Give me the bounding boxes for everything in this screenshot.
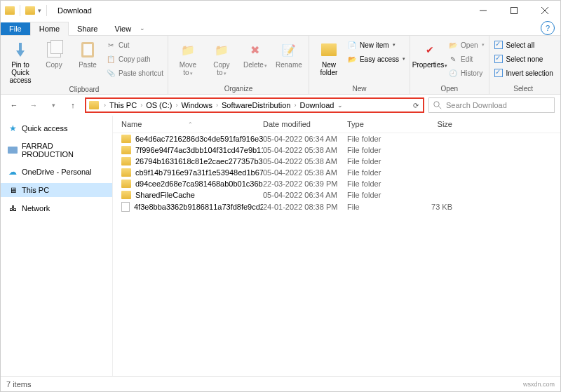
refresh-button[interactable]: ⟳ [412, 102, 420, 109]
group-label-open: Open [414, 83, 484, 94]
group-label-select: Select [494, 83, 553, 94]
qat-folder-icon[interactable] [25, 6, 35, 15]
recent-locations-button[interactable]: ▾ [46, 97, 61, 113]
file-name: 4f3e8bba3362b9186811a73fd8fe9cd283... [134, 203, 263, 211]
breadcrumb-item[interactable]: Windows [181, 101, 212, 109]
delete-button[interactable]: Delete▾ [240, 37, 271, 69]
network-icon [8, 203, 18, 213]
invert-selection-button[interactable]: Invert selection [494, 67, 553, 79]
file-icon [121, 202, 130, 212]
item-count: 7 items [6, 380, 31, 388]
properties-icon [420, 40, 440, 60]
close-button[interactable] [529, 1, 560, 20]
file-row[interactable]: 4f3e8bba3362b9186811a73fd8fe9cd283...24-… [113, 201, 560, 213]
minimize-button[interactable] [468, 1, 499, 20]
file-row[interactable]: SharedFileCache05-04-2022 06:34 AMFile f… [113, 189, 560, 201]
new-folder-button[interactable]: New folder [313, 37, 344, 76]
select-all-button[interactable]: Select all [494, 39, 553, 51]
quick-access-toolbar: ▾ [1, 5, 53, 16]
copy-to-icon [212, 40, 231, 60]
edit-button[interactable]: ✎Edit [448, 53, 484, 65]
nav-farrad[interactable]: FARRAD PRODUCTION [1, 140, 112, 161]
select-none-button[interactable]: Select none [494, 53, 553, 65]
cut-button[interactable]: ✂Cut [106, 39, 163, 51]
chevron-right-icon[interactable]: › [173, 102, 180, 109]
column-date[interactable]: Date modified [263, 120, 347, 128]
chevron-right-icon[interactable]: › [138, 102, 144, 109]
open-icon: 📂 [448, 40, 458, 50]
chevron-right-icon[interactable]: › [102, 102, 108, 109]
file-type: File folder [347, 146, 410, 154]
breadcrumb-item[interactable]: This PC [109, 101, 137, 109]
nav-network[interactable]: Network [1, 201, 112, 215]
history-icon: 🕘 [448, 68, 458, 78]
properties-button[interactable]: Properties▾ [414, 37, 445, 69]
nav-quick-access[interactable]: ★Quick access [1, 121, 112, 135]
new-item-button[interactable]: 📄New item▾ [347, 39, 405, 51]
move-to-button[interactable]: Move to▾ [173, 37, 203, 76]
file-row[interactable]: cb9f14b7916e97a31f1e53948ed1b67f05-04-20… [113, 167, 560, 178]
copy-path-button[interactable]: 📋Copy path [106, 53, 163, 65]
file-date: 05-04-2022 05:38 AM [263, 157, 347, 165]
back-button[interactable]: ← [6, 97, 22, 113]
column-type[interactable]: Type [347, 120, 410, 128]
breadcrumb[interactable]: › This PC › OS (C:) › Windows › Software… [85, 97, 424, 113]
column-size[interactable]: Size [410, 120, 459, 128]
easy-access-button[interactable]: 📂Easy access▾ [347, 53, 405, 65]
paste-button[interactable]: Paste [72, 37, 103, 69]
address-dropdown-icon[interactable]: ⌄ [335, 102, 345, 109]
nav-onedrive[interactable]: OneDrive - Personal [1, 165, 112, 179]
file-name: cb9f14b7916e97a31f1e53948ed1b67f [135, 168, 263, 177]
paste-shortcut-button[interactable]: 📎Paste shortcut [106, 67, 163, 79]
collapse-ribbon-icon[interactable]: ⌄ [140, 25, 145, 32]
group-label-clipboard: Clipboard [5, 84, 163, 95]
copy-button[interactable]: Copy [39, 37, 69, 69]
breadcrumb-folder-icon [89, 101, 99, 109]
file-type: File folder [347, 157, 410, 165]
tab-home[interactable]: Home [30, 22, 69, 36]
file-rows: 6e4d6ac7216286d3c4de591faf916e3705-04-20… [113, 133, 560, 213]
drive-icon [8, 147, 18, 154]
file-list: Name⌃ Date modified Type Size 6e4d6ac721… [113, 116, 560, 376]
group-label-new: New [313, 83, 405, 94]
search-input[interactable]: Search Download [428, 97, 555, 113]
forward-button[interactable]: → [26, 97, 41, 113]
file-row[interactable]: 7f996e94f74ac3dbb104f31cd47e9b1105-04-20… [113, 144, 560, 156]
invert-selection-icon [494, 69, 503, 77]
history-button[interactable]: 🕘History [448, 67, 484, 79]
open-button[interactable]: 📂Open▾ [448, 39, 484, 51]
column-name[interactable]: Name⌃ [116, 120, 263, 128]
tab-file[interactable]: File [1, 22, 30, 35]
chevron-right-icon[interactable]: › [214, 102, 220, 109]
breadcrumb-item[interactable]: OS (C:) [146, 101, 172, 109]
pin-icon [13, 43, 27, 57]
rename-button[interactable]: Rename [273, 37, 304, 69]
rename-icon [279, 40, 299, 60]
tab-share[interactable]: Share [69, 22, 106, 35]
separator [20, 5, 20, 16]
file-size: 73 KB [410, 203, 459, 211]
navigation-pane[interactable]: ★Quick access FARRAD PRODUCTION OneDrive… [1, 116, 113, 376]
file-name: 7f996e94f74ac3dbb104f31cd47e9b11 [135, 146, 263, 154]
folder-icon [121, 157, 131, 165]
nav-this-pc[interactable]: This PC [1, 183, 112, 197]
breadcrumb-item[interactable]: Download [299, 101, 334, 109]
select-all-icon [494, 41, 503, 49]
copy-to-button[interactable]: Copy to▾ [206, 37, 237, 76]
tab-view[interactable]: View [106, 22, 140, 35]
file-row[interactable]: d94cee2d68e7ca981468ab0b01c36ba322-03-20… [113, 178, 560, 189]
app-icon[interactable] [5, 6, 15, 15]
edit-icon: ✎ [448, 54, 458, 64]
help-button[interactable]: ? [541, 21, 555, 35]
file-row[interactable]: 6e4d6ac7216286d3c4de591faf916e3705-04-20… [113, 133, 560, 144]
pin-to-quick-access-button[interactable]: Pin to Quick access [5, 37, 36, 84]
breadcrumb-item[interactable]: SoftwareDistribution [222, 101, 290, 109]
file-type: File folder [347, 168, 410, 177]
up-button[interactable]: ↑ [65, 97, 81, 113]
chevron-right-icon[interactable]: › [292, 102, 298, 109]
select-none-icon [494, 55, 503, 63]
maximize-button[interactable] [499, 1, 529, 20]
qat-dropdown-icon[interactable]: ▾ [38, 7, 41, 14]
file-name: SharedFileCache [135, 191, 195, 199]
file-row[interactable]: 26794b1631618c81e2caec277357b37005-04-20… [113, 156, 560, 167]
